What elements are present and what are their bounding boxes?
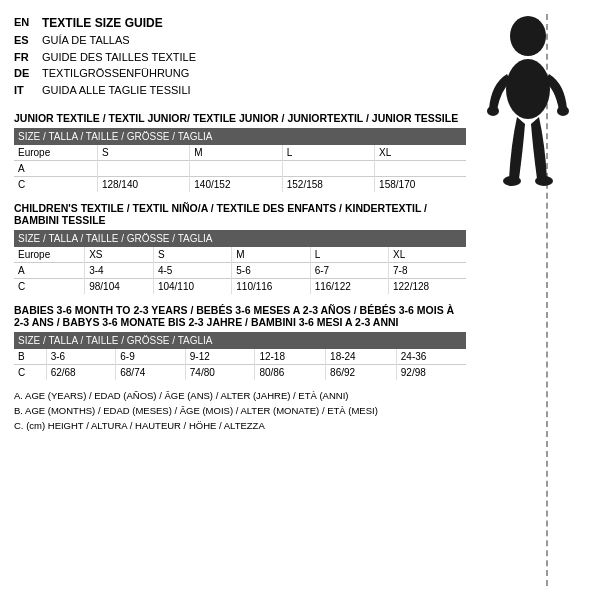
cell-value: S bbox=[97, 145, 189, 161]
table-row: A bbox=[14, 161, 466, 177]
lang-title: GUÍA DE TALLAS bbox=[42, 32, 130, 49]
cell-value: XL bbox=[388, 247, 466, 263]
row-label: Europe bbox=[14, 247, 85, 263]
cell-value: M bbox=[190, 145, 282, 161]
footer-note: A. AGE (YEARS) / EDAD (AÑOS) / ÂGE (ANS)… bbox=[14, 388, 466, 403]
right-panel bbox=[476, 14, 586, 586]
cell-value: 5-6 bbox=[232, 263, 310, 279]
lang-code: ES bbox=[14, 32, 34, 49]
cell-value: 152/158 bbox=[282, 177, 374, 193]
cell-value: 86/92 bbox=[326, 365, 397, 381]
table-row: EuropeXSSMLXL bbox=[14, 247, 466, 263]
table-header-label: SIZE / TALLA / TAILLE / GRÖSSE / TAGLIA bbox=[14, 332, 466, 349]
silhouette-container bbox=[481, 14, 586, 216]
section-title-junior: JUNIOR TEXTILE / TEXTIL JUNIOR/ TEXTILE … bbox=[14, 112, 466, 124]
cell-value: 116/122 bbox=[310, 279, 388, 295]
section-title-children: CHILDREN'S TEXTILE / TEXTIL NIÑO/A / TEX… bbox=[14, 202, 466, 226]
cell-value: 7-8 bbox=[388, 263, 466, 279]
cell-value: 68/74 bbox=[116, 365, 186, 381]
lang-row-fr: FRGUIDE DES TAILLES TEXTILE bbox=[14, 49, 466, 66]
cell-value bbox=[282, 161, 374, 177]
cell-value: L bbox=[282, 145, 374, 161]
lang-row-es: ESGUÍA DE TALLAS bbox=[14, 32, 466, 49]
cell-value: 3-4 bbox=[85, 263, 154, 279]
cell-value: XL bbox=[375, 145, 466, 161]
row-label: Europe bbox=[14, 145, 97, 161]
table-row: C128/140140/152152/158158/170 bbox=[14, 177, 466, 193]
lang-row-it: ITGUIDA ALLE TAGLIE TESSILI bbox=[14, 82, 466, 99]
cell-value: 80/86 bbox=[255, 365, 326, 381]
cell-value bbox=[375, 161, 466, 177]
cell-value: L bbox=[310, 247, 388, 263]
table-row: B3-66-99-1212-1818-2424-36 bbox=[14, 349, 466, 365]
cell-value: 74/80 bbox=[185, 365, 255, 381]
row-label: C bbox=[14, 177, 97, 193]
svg-point-4 bbox=[503, 176, 521, 186]
row-label: C bbox=[14, 365, 46, 381]
cell-value: S bbox=[153, 247, 231, 263]
cell-value: 18-24 bbox=[326, 349, 397, 365]
baby-silhouette bbox=[481, 14, 576, 214]
cell-value: 4-5 bbox=[153, 263, 231, 279]
size-table-babies: SIZE / TALLA / TAILLE / GRÖSSE / TAGLIAB… bbox=[14, 332, 466, 380]
lang-row-de: DETEXTILGRÖSSENFÜHRUNG bbox=[14, 65, 466, 82]
cell-value bbox=[97, 161, 189, 177]
cell-value: 62/68 bbox=[46, 365, 116, 381]
table-row: C62/6868/7474/8080/8686/9292/98 bbox=[14, 365, 466, 381]
footer-note: C. (cm) HEIGHT / ALTURA / HAUTEUR / HÖHE… bbox=[14, 418, 466, 433]
cell-value: 12-18 bbox=[255, 349, 326, 365]
table-header-label: SIZE / TALLA / TAILLE / GRÖSSE / TAGLIA bbox=[14, 230, 466, 247]
lang-title: TEXTILGRÖSSENFÜHRUNG bbox=[42, 65, 189, 82]
svg-point-5 bbox=[535, 176, 553, 186]
cell-value: 3-6 bbox=[46, 349, 116, 365]
cell-value: 6-9 bbox=[116, 349, 186, 365]
cell-value: 128/140 bbox=[97, 177, 189, 193]
lang-title: GUIDE DES TAILLES TEXTILE bbox=[42, 49, 196, 66]
cell-value: 24-36 bbox=[396, 349, 466, 365]
left-content: ENTEXTILE SIZE GUIDEESGUÍA DE TALLASFRGU… bbox=[14, 14, 476, 586]
row-label: B bbox=[14, 349, 46, 365]
svg-point-3 bbox=[557, 106, 569, 116]
lang-code: FR bbox=[14, 49, 34, 66]
language-header: ENTEXTILE SIZE GUIDEESGUÍA DE TALLASFRGU… bbox=[14, 14, 466, 98]
cell-value: 92/98 bbox=[396, 365, 466, 381]
lang-title: GUIDA ALLE TAGLIE TESSILI bbox=[42, 82, 191, 99]
table-row: EuropeSMLXL bbox=[14, 145, 466, 161]
size-table-children: SIZE / TALLA / TAILLE / GRÖSSE / TAGLIAE… bbox=[14, 230, 466, 294]
row-label: C bbox=[14, 279, 85, 295]
svg-point-2 bbox=[487, 106, 499, 116]
cell-value: M bbox=[232, 247, 310, 263]
size-table-junior: SIZE / TALLA / TAILLE / GRÖSSE / TAGLIAE… bbox=[14, 128, 466, 192]
section-title-babies: BABIES 3-6 MONTH TO 2-3 YEARS / BEBÉS 3-… bbox=[14, 304, 466, 328]
lang-code: EN bbox=[14, 14, 34, 32]
cell-value: 6-7 bbox=[310, 263, 388, 279]
lang-title: TEXTILE SIZE GUIDE bbox=[42, 14, 163, 32]
cell-value: 104/110 bbox=[153, 279, 231, 295]
main-container: ENTEXTILE SIZE GUIDEESGUÍA DE TALLASFRGU… bbox=[0, 0, 600, 600]
table-row: C98/104104/110110/116116/122122/128 bbox=[14, 279, 466, 295]
table-row: A3-44-55-66-77-8 bbox=[14, 263, 466, 279]
cell-value: 98/104 bbox=[85, 279, 154, 295]
footer-notes: A. AGE (YEARS) / EDAD (AÑOS) / ÂGE (ANS)… bbox=[14, 388, 466, 434]
row-label: A bbox=[14, 161, 97, 177]
cell-value: 9-12 bbox=[185, 349, 255, 365]
cell-value bbox=[190, 161, 282, 177]
cell-value: 158/170 bbox=[375, 177, 466, 193]
lang-row-en: ENTEXTILE SIZE GUIDE bbox=[14, 14, 466, 32]
cell-value: 110/116 bbox=[232, 279, 310, 295]
sections-container: JUNIOR TEXTILE / TEXTIL JUNIOR/ TEXTILE … bbox=[14, 112, 466, 380]
footer-note: B. AGE (MONTHS) / EDAD (MESES) / ÂGE (MO… bbox=[14, 403, 466, 418]
lang-code: IT bbox=[14, 82, 34, 99]
svg-point-1 bbox=[506, 59, 550, 119]
cell-value: 122/128 bbox=[388, 279, 466, 295]
cell-value: 140/152 bbox=[190, 177, 282, 193]
row-label: A bbox=[14, 263, 85, 279]
svg-point-0 bbox=[510, 16, 546, 56]
lang-code: DE bbox=[14, 65, 34, 82]
cell-value: XS bbox=[85, 247, 154, 263]
table-header-label: SIZE / TALLA / TAILLE / GRÖSSE / TAGLIA bbox=[14, 128, 466, 145]
